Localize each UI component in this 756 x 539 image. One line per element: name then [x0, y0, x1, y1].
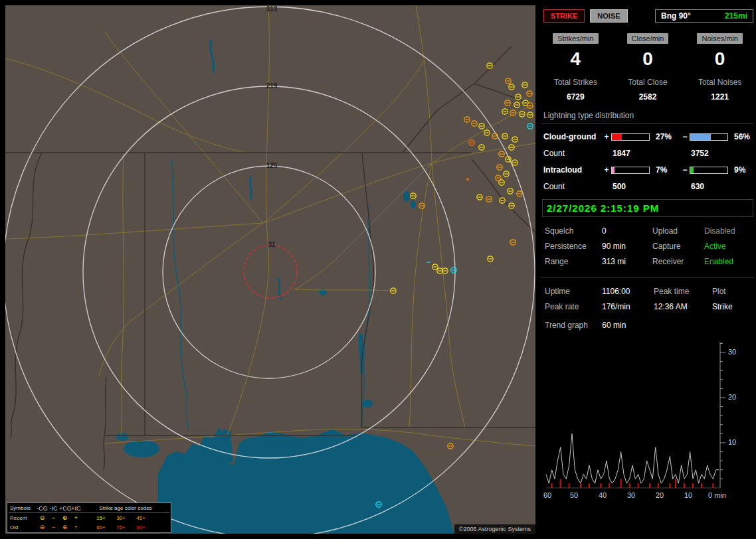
trend-chart-canvas	[545, 337, 741, 491]
ic-minus-bar	[690, 167, 728, 174]
age-75: 75+	[111, 524, 131, 530]
pos-cg-icon: ⊕	[59, 514, 70, 521]
trend-duration: 60 min	[602, 321, 626, 330]
ring-label-219: 219	[260, 82, 283, 90]
ic-plus-count: 500	[611, 182, 680, 191]
persistence-label: Persistence	[545, 242, 602, 251]
cg-count-label: Count	[543, 149, 602, 158]
range-label: Range	[545, 257, 602, 266]
x-tick-30: 30	[627, 491, 635, 499]
plot-selector[interactable]: Strike	[712, 302, 755, 311]
strikes-column: Strikes/min 4 Total Strikes 6729	[539, 33, 612, 102]
map-legend: Symbols -CG -IC +CG +IC Strike age color…	[7, 502, 171, 533]
ic-plus-pct: 7%	[652, 165, 680, 175]
peak-time-value: 12:36 AM	[654, 302, 712, 311]
cg-minus-fill	[690, 134, 711, 140]
cg-plus-fill	[612, 134, 622, 140]
uptime-value: 1106:00	[602, 287, 654, 296]
section-divider	[541, 277, 755, 277]
legend-col-neg-cg: -CG	[37, 505, 48, 512]
cg-plus-pct: 27%	[652, 132, 680, 141]
legend-old-label: Old	[9, 524, 37, 530]
panel-topbar: STRIKE NOISE Bng 90° 215mi	[539, 5, 756, 23]
ic-minus-count: 630	[690, 182, 756, 191]
lightning-distribution: Cloud-ground + 27% − 56% Count 1847 3752…	[543, 132, 756, 191]
neg-cg-icon: ⊖	[37, 524, 48, 530]
pos-ic-icon: +	[70, 524, 82, 530]
strikes-per-min-value: 4	[539, 48, 612, 70]
squelch-label: Squelch	[545, 226, 602, 236]
y-tick-30: 30	[728, 348, 736, 356]
plot-label: Plot	[712, 287, 755, 296]
total-close-value: 2582	[612, 92, 684, 102]
ring-label-31: 31	[260, 241, 283, 248]
control-panel: STRIKE NOISE Bng 90° 215mi Strikes/min 4…	[539, 5, 756, 534]
strike-button[interactable]: STRIKE	[543, 9, 585, 23]
x-tick-20: 20	[656, 491, 664, 499]
legend-col-pos-cg: +CG	[59, 505, 70, 512]
status-grid: Uptime 1106:00 Peak time Plot Peak rate …	[545, 287, 756, 311]
neg-ic-icon: −	[48, 514, 59, 521]
noises-per-min-value: 0	[684, 48, 756, 70]
upload-label: Upload	[652, 226, 704, 236]
legend-symbols-header: Symbols	[9, 505, 37, 511]
neg-cg-icon: ⊖	[37, 514, 48, 521]
persistence-value: 90 min	[602, 242, 652, 251]
peak-rate-label: Peak rate	[545, 302, 602, 311]
noises-per-min-chip: Noises/min	[697, 33, 742, 44]
pos-ic-icon: +	[70, 514, 82, 521]
x-tick-50: 50	[570, 491, 578, 499]
plus-sign: +	[602, 165, 611, 175]
legend-age-header: Strike age color codes	[82, 505, 169, 511]
ic-plus-fill	[612, 167, 614, 173]
total-close-label: Total Close	[612, 78, 684, 87]
noises-column: Noises/min 0 Total Noises 1221	[684, 33, 756, 102]
bearing-distance: 215mi	[725, 11, 747, 21]
trend-graph: 10 20 30 60 50 40 30 20 10 0 min	[545, 337, 755, 504]
distribution-title: Lightning type distribution	[542, 111, 753, 124]
range-value: 313 mi	[602, 257, 652, 266]
bearing-display: Bng 90° 215mi	[655, 9, 753, 23]
peak-rate-value: 176/min	[602, 302, 654, 311]
cloud-ground-label: Cloud-ground	[543, 132, 602, 141]
noise-button[interactable]: NOISE	[590, 9, 627, 23]
legend-col-neg-ic: -IC	[48, 505, 59, 512]
x-tick-0: 0 min	[708, 491, 726, 499]
age-30: 30+	[111, 515, 131, 521]
legend-old-row: Old ⊖ − ⊕ + 60+ 75+ 90+	[9, 522, 169, 532]
intracloud-label: Intracloud	[543, 165, 602, 175]
legend-recent-label: Recent	[9, 515, 37, 521]
ic-minus-pct: 9%	[731, 165, 756, 175]
capture-label: Capture	[652, 242, 704, 251]
trend-header: Trend graph 60 min	[545, 321, 756, 330]
minus-sign: −	[680, 132, 690, 141]
capture-status: Active	[704, 242, 756, 251]
minus-sign: −	[680, 165, 690, 175]
total-noises-value: 1221	[684, 92, 756, 102]
close-per-min-value: 0	[612, 48, 684, 70]
age-90: 90+	[131, 524, 151, 530]
legend-col-pos-ic: +IC	[70, 505, 82, 512]
x-tick-40: 40	[599, 491, 607, 499]
ic-minus-fill	[690, 167, 694, 173]
cg-minus-bar	[690, 133, 728, 141]
strikes-per-min-chip: Strikes/min	[553, 33, 598, 44]
bearing-label: Bng 90°	[661, 11, 691, 21]
y-tick-20: 20	[728, 393, 736, 401]
cg-minus-count: 3752	[690, 149, 756, 158]
settings-grid: Squelch 0 Upload Disabled Persistence 90…	[545, 226, 756, 266]
cg-plus-bar	[611, 133, 650, 141]
legend-recent-row: Recent ⊖ − ⊕ + 15+ 30+ 45+	[9, 513, 169, 522]
ring-label-313: 313	[260, 5, 283, 13]
datetime-display: 2/27/2026 2:15:19 PM	[542, 199, 753, 217]
lightning-map[interactable]: 313 219 125 31 Symbols -CG -IC +CG +IC S…	[5, 5, 535, 534]
age-60: 60+	[91, 524, 111, 530]
trend-graph-label: Trend graph	[545, 321, 588, 330]
total-noises-label: Total Noises	[684, 78, 756, 87]
copyright-text: ©2005 Astrogenic Systems	[454, 524, 535, 534]
pos-cg-icon: ⊕	[59, 524, 70, 530]
age-45: 45+	[131, 515, 151, 521]
cg-plus-count: 1847	[611, 149, 680, 158]
x-tick-60: 60	[543, 491, 551, 499]
peak-time-label: Peak time	[654, 287, 712, 296]
